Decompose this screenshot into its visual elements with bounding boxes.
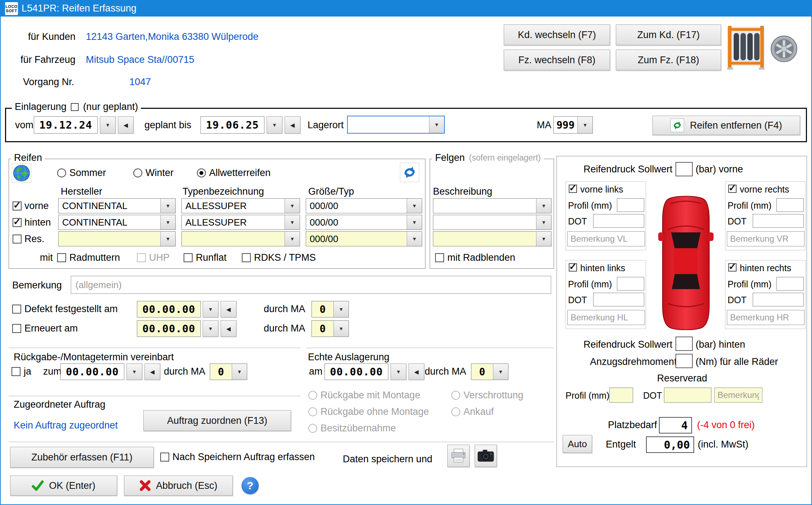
vr-checkbox[interactable] [728, 185, 737, 193]
felgen-hinten-dropdown-icon[interactable] [536, 215, 551, 230]
auslagerung-ma-dropdown-icon[interactable] [493, 364, 508, 380]
auftrag-zuordnen-button[interactable]: Auftrag zuordnen (F13) [143, 410, 291, 431]
vom-date-field[interactable]: 19.12.24 [34, 116, 98, 134]
vr-bemerkung-input[interactable] [727, 231, 804, 246]
erneuert-ma-combo[interactable]: 0 [312, 320, 349, 337]
rueckgabe-date-field[interactable]: 00.00.00 [60, 363, 124, 380]
defekt-dropdown-button[interactable] [203, 301, 218, 318]
groesse-vorne-dropdown-icon[interactable] [407, 199, 422, 213]
erneuert-ma-dropdown-icon[interactable] [333, 321, 349, 337]
ok-button[interactable]: OK (Enter) [10, 476, 117, 496]
felgen-vorne-dropdown-icon[interactable] [536, 199, 551, 213]
hr-profil-field[interactable] [776, 277, 804, 291]
druck-hinten-field[interactable] [675, 337, 693, 351]
rueckgabe-ja-checkbox[interactable] [11, 367, 20, 376]
vom-back-button[interactable] [118, 116, 134, 134]
hr-bemerkung-input[interactable] [727, 310, 804, 325]
auslagerung-back-button[interactable] [409, 363, 424, 380]
vehicle-value[interactable]: Mitsub Space Sta//00715 [86, 54, 194, 65]
geplant-bis-date-field[interactable]: 19.06.25 [200, 116, 264, 134]
abbruch-button[interactable]: Abbruch (Esc) [124, 476, 233, 496]
typ-vorne-dropdown-icon[interactable] [285, 199, 300, 213]
typ-hinten-dropdown-icon[interactable] [285, 215, 300, 230]
reserve-profil-field[interactable] [609, 388, 633, 403]
groesse-hinten-dropdown-icon[interactable] [407, 215, 422, 230]
typ-res-dropdown-icon[interactable] [285, 232, 300, 246]
felgen-vorne-combo[interactable] [433, 198, 552, 213]
defekt-checkbox[interactable] [12, 305, 21, 314]
auslagerung-date-field[interactable]: 00.00.00 [324, 363, 388, 380]
druck-vorne-field[interactable] [675, 162, 693, 176]
print-button[interactable] [447, 445, 470, 467]
reserve-dot-field[interactable] [664, 388, 711, 403]
typ-vorne-combo[interactable]: ALLESSUPER [181, 198, 300, 213]
hersteller-hinten-dropdown-icon[interactable] [160, 215, 175, 230]
refresh-icon[interactable] [400, 163, 419, 182]
auslagerung-dropdown-button[interactable] [391, 363, 406, 380]
drehmoment-field[interactable] [675, 354, 693, 368]
vom-dropdown-button[interactable] [100, 116, 116, 134]
ma-combo[interactable]: 999 [553, 116, 593, 134]
geplant-bis-dropdown-button[interactable] [267, 116, 282, 134]
nach-speichern-checkbox[interactable] [160, 453, 169, 462]
felgen-res-combo[interactable] [433, 231, 552, 246]
auto-button[interactable]: Auto [563, 435, 592, 453]
vorne-checkbox[interactable] [13, 201, 22, 210]
geplant-bis-back-button[interactable] [285, 116, 300, 134]
vr-dot-field[interactable] [753, 214, 804, 228]
bemerkung-input[interactable] [71, 276, 551, 294]
groesse-res-dropdown-icon[interactable] [407, 232, 422, 246]
zum-kd-button[interactable]: Zum Kd. (F17) [616, 24, 721, 45]
auslagerung-ma-combo[interactable]: 0 [471, 363, 508, 380]
hersteller-vorne-dropdown-icon[interactable] [160, 199, 175, 213]
reserve-bemerkung-input[interactable] [714, 388, 762, 403]
defekt-ma-combo[interactable]: 0 [312, 301, 349, 318]
help-button[interactable]: ? [241, 477, 259, 494]
typ-res-combo[interactable] [181, 231, 300, 246]
hl-dot-field[interactable] [593, 293, 644, 306]
hl-profil-field[interactable] [617, 277, 644, 291]
groesse-hinten-combo[interactable]: 000/00 [306, 215, 422, 230]
rdks-checkbox[interactable] [242, 253, 251, 262]
nur-geplant-checkbox[interactable] [71, 103, 79, 111]
erneuert-date-field[interactable]: 00.00.00 [137, 320, 201, 337]
photo-button[interactable] [475, 445, 497, 467]
runflat-checkbox[interactable] [184, 253, 193, 262]
erneuert-checkbox[interactable] [12, 324, 21, 333]
winter-radio[interactable] [133, 168, 142, 177]
customer-value[interactable]: 12143 Garten,Monika 63380 Wülperode [86, 31, 258, 42]
lagerort-dropdown-icon[interactable] [429, 116, 444, 133]
lagerort-combo[interactable] [347, 116, 445, 134]
rueckgabe-dropdown-button[interactable] [126, 363, 142, 380]
hr-checkbox[interactable] [728, 263, 737, 272]
rueckgabe-ma-dropdown-icon[interactable] [232, 364, 247, 380]
entgelt-field[interactable]: 0,00 [646, 436, 694, 453]
groesse-res-combo[interactable]: 000/00 [306, 231, 422, 246]
hersteller-res-combo[interactable] [58, 231, 176, 246]
reserve-checkbox[interactable] [13, 235, 22, 244]
defekt-ma-dropdown-icon[interactable] [333, 301, 349, 317]
reifen-entfernen-button[interactable]: Reifen entfernen (F4) [652, 116, 800, 135]
rueckgabe-back-button[interactable] [144, 363, 160, 380]
hl-bemerkung-input[interactable] [567, 310, 645, 325]
defekt-date-field[interactable]: 00.00.00 [137, 301, 201, 318]
vl-bemerkung-input[interactable] [567, 231, 645, 246]
groesse-vorne-combo[interactable]: 000/00 [306, 198, 422, 213]
zum-fz-button[interactable]: Zum Fz. (F18) [616, 50, 721, 70]
vl-dot-field[interactable] [593, 214, 644, 228]
kd-wechseln-button[interactable]: Kd. wechseln (F7) [504, 24, 610, 45]
globe-icon[interactable] [12, 163, 31, 183]
erneuert-dropdown-button[interactable] [203, 320, 218, 337]
ma-dropdown-icon[interactable] [577, 117, 592, 133]
hr-dot-field[interactable] [753, 293, 804, 306]
sommer-radio[interactable] [57, 168, 66, 177]
vl-checkbox[interactable] [569, 185, 577, 193]
zubehoer-erfassen-button[interactable]: Zubehör erfassen (F11) [10, 447, 154, 468]
hinten-checkbox[interactable] [13, 218, 22, 227]
fz-wechseln-button[interactable]: Fz. wechseln (F8) [504, 50, 610, 70]
rueckgabe-ma-combo[interactable]: 0 [210, 363, 247, 380]
hersteller-res-dropdown-icon[interactable] [160, 232, 175, 246]
platzbedarf-field[interactable]: 4 [659, 417, 692, 434]
hl-checkbox[interactable] [569, 263, 577, 272]
vl-profil-field[interactable] [617, 198, 644, 212]
